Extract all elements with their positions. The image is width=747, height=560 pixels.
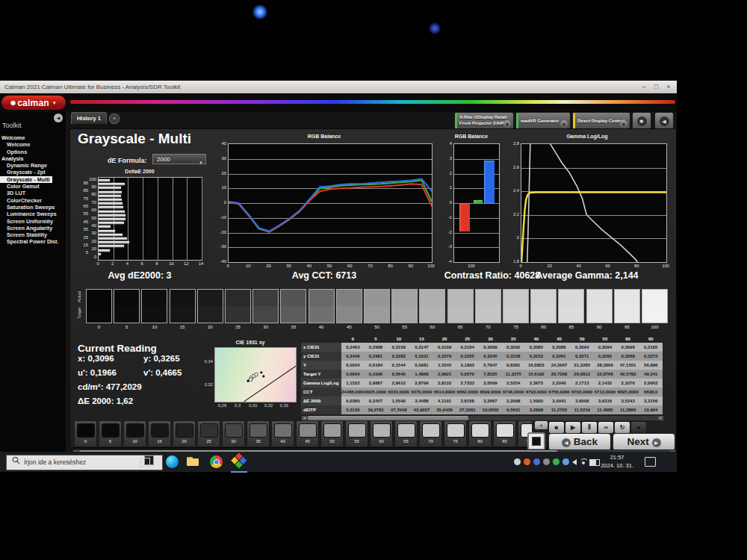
pattern-button-50[interactable]: 50 (320, 420, 344, 447)
table-cell: 3,4041 (548, 396, 571, 405)
settings-button[interactable]: ✱ (632, 112, 651, 130)
chevron-down-icon: ▼ (620, 120, 627, 128)
collapse-panel-button[interactable]: ◀ (654, 112, 674, 130)
pattern-button-65[interactable]: 65 (394, 420, 418, 447)
stat-avg-de2000: Avg dE2000: 3 (75, 270, 204, 281)
edge-browser-icon[interactable] (166, 455, 179, 468)
daylight-locus-line (244, 366, 296, 402)
sidebar-collapse-button[interactable]: ◀ (54, 113, 63, 122)
action-center-icon[interactable] (645, 457, 656, 467)
y-tick-label: 2,4 (507, 188, 519, 193)
back-button[interactable]: ◀ Back (548, 433, 611, 451)
sidebar-item-colorchecker[interactable]: ColorChecker (0, 197, 66, 204)
sidebar-item-luminance-sweeps[interactable]: Luminance Sweeps (0, 211, 66, 217)
sidebar-item-3d-lut[interactable]: 3D LUT (0, 190, 66, 196)
tray-icon-app1[interactable] (514, 458, 521, 465)
strip-up-button[interactable]: ▲ (535, 421, 548, 429)
pattern-button-15[interactable]: 15 (148, 420, 171, 447)
task-view-icon[interactable] (140, 455, 153, 468)
sidebar-item-screen-stability[interactable]: Screen Stability (0, 231, 66, 238)
pattern-label: 55 (346, 438, 368, 445)
de-formula-select[interactable]: 2000 ▼ (152, 154, 206, 164)
pattern-button-30[interactable]: 30 (222, 420, 245, 447)
battery-icon[interactable] (589, 459, 600, 466)
continuous-button[interactable]: ∞ (598, 421, 614, 434)
sidebar-item-dynamic-range[interactable]: Dynamic Range (0, 162, 66, 169)
pause-button[interactable]: Ⅱ (581, 421, 598, 434)
sidebar-item-options[interactable]: Options (0, 149, 66, 155)
pattern-button-75[interactable]: 75 (444, 420, 467, 447)
sidebar-item-screen-uniformity[interactable]: Screen Uniformity (0, 218, 66, 225)
sidebar-item-spectral-power-dist[interactable]: Spectral Power Dist. (0, 238, 66, 245)
calman-logo-menu[interactable]: ◉ calman ▼ (1, 96, 66, 110)
table-cell: 0,3099 (479, 343, 502, 352)
sidebar-item-saturation-sweeps[interactable]: Saturation Sweeps (0, 204, 66, 211)
column-header-55: 55 (594, 335, 617, 343)
taskbar-clock[interactable]: 21:57 2024. 10. 31. (601, 453, 633, 470)
table-cell: 3,4488 (410, 396, 433, 405)
tab-history-1[interactable]: History 1 (71, 112, 107, 124)
ceiling-light-glow (252, 4, 267, 19)
tray-icon-app2[interactable] (533, 458, 540, 465)
pattern-button-60[interactable]: 60 (370, 420, 393, 447)
sidebar-item-grayscale-multi[interactable]: Grayscale - Multi (0, 176, 52, 183)
chart-title: CIE 1931 xy (201, 340, 300, 345)
wifi-icon[interactable] (580, 458, 587, 465)
table-corner-cell (301, 335, 341, 343)
pattern-button-35[interactable]: 35 (247, 420, 270, 447)
pattern-button-80[interactable]: 80 (468, 420, 492, 447)
maximize-button[interactable]: □ (651, 81, 661, 93)
pattern-button-45[interactable]: 45 (296, 420, 319, 447)
record-button[interactable]: ● (630, 421, 647, 434)
scroll-right-arrow[interactable]: ► (658, 416, 663, 420)
pattern-swatch (373, 423, 391, 438)
tray-icon-cloud[interactable] (562, 458, 569, 465)
add-tab-button[interactable]: + (109, 113, 120, 124)
stop-button[interactable]: ■ (548, 421, 565, 434)
pattern-strip: 0510152025303540455055606570758085909510… (74, 420, 532, 448)
pattern-button-25[interactable]: 25 (197, 420, 220, 447)
close-button[interactable]: × (663, 81, 674, 93)
pattern-window-button[interactable] (527, 432, 545, 450)
table-cell: 0,3094 (594, 343, 617, 352)
minimize-button[interactable]: – (639, 81, 649, 93)
calman-taskbar-icon[interactable] (233, 455, 246, 468)
pattern-button-0[interactable]: 0 (74, 420, 97, 447)
measurement-table: 05101520253035404550556065x CIE310,24630… (301, 335, 664, 421)
sidebar-item-color-gamut[interactable]: Color Gamut (0, 183, 66, 190)
device-button-direct-display-control[interactable]: Direct Display Control▼ (572, 112, 630, 130)
search-input[interactable]: Írjon ide a kereséshez (6, 455, 163, 470)
chrome-browser-icon[interactable] (210, 455, 223, 468)
gridline (158, 178, 158, 260)
sidebar-item-welcome[interactable]: Welcome (0, 141, 66, 148)
pattern-button-20[interactable]: 20 (173, 420, 196, 447)
device-button-x-rite-i1display-retail[interactable]: X-Rite i1Display RetailFront Projector (… (454, 112, 514, 130)
tray-icon-calman-client[interactable] (524, 458, 530, 465)
deltae-bar (99, 211, 125, 213)
tray-icon-security-shield[interactable] (553, 458, 560, 465)
tray-icon-settings[interactable] (543, 458, 550, 465)
series-green (229, 180, 432, 231)
y-tick-label: 45 (78, 220, 88, 224)
y-tick-label: -10 (216, 215, 226, 220)
volume-icon[interactable] (572, 459, 577, 465)
gridline (173, 178, 173, 260)
pattern-button-10[interactable]: 10 (123, 420, 146, 447)
play-button[interactable]: ▶ (565, 421, 581, 434)
pattern-button-85[interactable]: 85 (493, 420, 516, 447)
file-explorer-icon[interactable] (187, 455, 199, 468)
gamma-log-chart: Gamma Log/Log 2,82,62,42,221,80204060801… (506, 134, 669, 270)
refresh-button[interactable]: ↻ (614, 421, 630, 434)
y-tick-label: 2,2 (507, 212, 519, 217)
sidebar-item-screen-angularity[interactable]: Screen Angularity (0, 225, 66, 231)
pattern-button-40[interactable]: 40 (271, 420, 294, 447)
device-button-madvr-generator[interactable]: madVR Generator▼ (515, 112, 571, 130)
table-cell: 2,0663 (639, 379, 663, 388)
pattern-button-70[interactable]: 70 (419, 420, 442, 447)
next-button[interactable]: Next ▶ (613, 433, 675, 451)
pattern-button-55[interactable]: 55 (345, 420, 368, 447)
patch-label: 70 (474, 325, 502, 329)
target-swatch (559, 306, 583, 323)
sidebar-item-grayscale-2pt[interactable]: Grayscale - 2pt (0, 169, 66, 175)
pattern-button-5[interactable]: 5 (99, 420, 122, 447)
